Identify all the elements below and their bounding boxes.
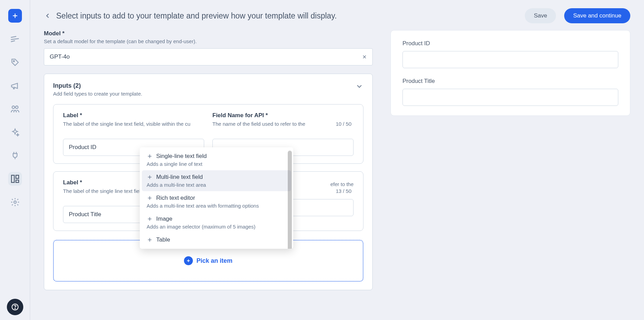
gear-icon — [10, 197, 20, 207]
svg-rect-6 — [16, 175, 18, 179]
pick-item-button[interactable]: Pick an item — [184, 256, 232, 265]
dropdown-item-sub: Adds a multi-line text area — [147, 182, 286, 188]
preview-card: Product ID Product Title — [391, 30, 630, 116]
close-icon — [362, 54, 367, 60]
create-button[interactable] — [8, 9, 22, 23]
nav-announce[interactable] — [8, 79, 22, 93]
clear-model-button[interactable] — [362, 54, 367, 60]
dropdown-item-image[interactable]: Image Adds an image selector (maximum of… — [142, 212, 291, 233]
scrollbar[interactable] — [288, 150, 292, 249]
bars-icon — [10, 34, 20, 44]
field-label-helper: The label of the single line text field,… — [63, 120, 204, 135]
dropdown-item-sub: Adds a single line of text — [147, 161, 286, 167]
svg-point-10 — [15, 308, 15, 309]
sidebar — [0, 0, 30, 320]
save-continue-button[interactable]: Save and continue — [564, 8, 630, 23]
dropdown-item-single-line[interactable]: Single-line text field Adds a single lin… — [142, 149, 291, 170]
save-button[interactable]: Save — [525, 8, 556, 23]
preview-label: Product Title — [402, 78, 618, 85]
nav-tag[interactable] — [8, 56, 22, 69]
chevron-left-icon — [44, 12, 51, 20]
pick-item-label: Pick an item — [196, 257, 232, 264]
plus-icon — [11, 12, 19, 20]
plug-icon — [10, 151, 20, 160]
tag-icon — [10, 58, 20, 67]
model-value: GPT-4o — [50, 53, 70, 60]
sparkle-icon — [11, 128, 20, 137]
dropdown-item-title: Single-line text field — [156, 153, 207, 160]
model-helper: Set a default model for the template (ca… — [44, 38, 373, 44]
plus-icon — [147, 237, 153, 243]
collapse-button[interactable] — [355, 82, 363, 90]
nav-list[interactable] — [8, 32, 22, 46]
field-api-helper: The name of the field used to refer to t… — [212, 120, 354, 135]
dropdown-item-multi-line[interactable]: Multi-line text field Adds a multi-line … — [142, 170, 291, 191]
nav-community[interactable] — [8, 102, 22, 116]
char-count: 13 / 50 — [336, 188, 351, 194]
layout-icon — [10, 174, 20, 184]
main-content: Select inputs to add to your template an… — [30, 0, 644, 320]
chevron-down-icon — [355, 82, 363, 90]
plus-icon — [147, 174, 153, 180]
dropdown-item-rich-text[interactable]: Rich text editor Adds a multi-line text … — [142, 191, 291, 212]
svg-point-4 — [15, 106, 18, 109]
inputs-title: Inputs (2) — [53, 82, 142, 89]
svg-point-8 — [14, 201, 16, 204]
dropdown-item-title: Multi-line text field — [156, 174, 203, 181]
header: Select inputs to add to your template an… — [44, 8, 630, 23]
dropdown-item-title: Table — [156, 236, 170, 243]
help-button[interactable] — [7, 299, 23, 315]
nav-integration[interactable] — [8, 149, 22, 162]
svg-point-2 — [13, 61, 14, 62]
dropdown-item-title: Rich text editor — [156, 195, 195, 201]
preview-input-1[interactable] — [402, 89, 618, 106]
model-label: Model * — [44, 30, 373, 37]
svg-rect-5 — [11, 175, 14, 183]
dropdown-item-table[interactable]: Table — [142, 233, 291, 247]
svg-rect-7 — [16, 180, 18, 183]
model-select[interactable]: GPT-4o — [44, 48, 373, 65]
scrollbar-thumb[interactable] — [288, 151, 292, 249]
field-label-title: Label * — [63, 112, 204, 119]
char-count: 10 / 50 — [336, 121, 351, 127]
plus-icon — [147, 216, 153, 222]
model-group: Model * Set a default model for the temp… — [44, 30, 373, 65]
preview-label: Product ID — [402, 40, 618, 47]
dropdown-item-sub: Adds a multi-line text area with formatt… — [147, 203, 286, 209]
megaphone-icon — [10, 81, 20, 90]
nav-template[interactable] — [8, 172, 22, 186]
field-type-dropdown: Single-line text field Adds a single lin… — [140, 147, 293, 249]
nav-settings[interactable] — [8, 195, 22, 209]
page-title: Select inputs to add to your template an… — [56, 11, 337, 21]
dropdown-item-sub: Adds an image selector (maximum of 5 ima… — [147, 224, 286, 230]
svg-point-3 — [12, 106, 15, 109]
back-button[interactable] — [44, 12, 51, 20]
plus-circle-icon — [184, 256, 193, 265]
plus-icon — [147, 153, 153, 159]
nav-sparkle[interactable] — [8, 125, 22, 139]
field-api-title: Field Name for API * — [212, 112, 354, 119]
dropdown-item-title: Image — [156, 216, 172, 222]
people-icon — [10, 104, 20, 114]
inputs-helper: Add field types to create your template. — [53, 91, 142, 97]
help-icon — [11, 303, 19, 311]
plus-icon — [147, 195, 153, 201]
preview-input-0[interactable] — [402, 51, 618, 68]
